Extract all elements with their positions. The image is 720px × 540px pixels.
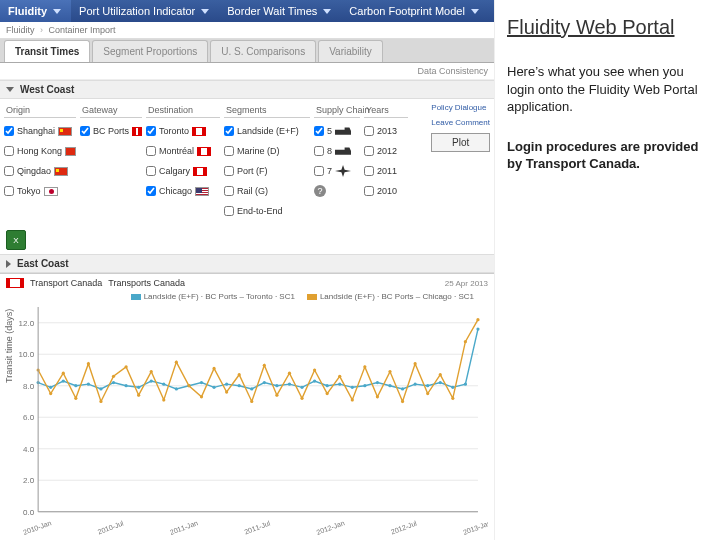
svg-point-49 <box>388 384 391 387</box>
svg-text:10.0: 10.0 <box>19 350 35 359</box>
flag-hong-kong-icon <box>65 147 76 156</box>
svg-point-34 <box>200 381 203 384</box>
tc-en: Transport Canada <box>30 278 102 288</box>
nav-carbon-footprint[interactable]: Carbon Footprint Model <box>341 0 489 22</box>
checkbox[interactable] <box>314 166 324 176</box>
checkbox[interactable] <box>224 186 234 196</box>
checkbox[interactable] <box>80 126 90 136</box>
svg-point-40 <box>275 384 278 387</box>
svg-point-47 <box>363 384 366 387</box>
dest-montreal[interactable]: Montréal <box>146 142 220 160</box>
tab-us-comparisons[interactable]: U. S. Comparisons <box>210 40 316 62</box>
svg-point-62 <box>99 400 102 403</box>
accordion-label: East Coast <box>17 258 69 269</box>
chevron-right-icon <box>6 260 11 268</box>
checkbox[interactable] <box>146 126 156 136</box>
seg-port[interactable]: Port (F) <box>224 162 310 180</box>
chart-zone: Transport Canada Transports Canada 25 Ap… <box>0 274 494 540</box>
svg-point-82 <box>351 398 354 401</box>
col-supply-chain: Supply Chain 5 8 7 ? <box>314 103 360 220</box>
supply-7[interactable]: 7 <box>314 162 360 180</box>
truck-icon <box>335 145 351 157</box>
tab-transit-times[interactable]: Transit Times <box>4 40 90 62</box>
plot-button[interactable]: Plot <box>431 133 490 152</box>
checkbox[interactable] <box>364 186 374 196</box>
nav-fluidity[interactable]: Fluidity <box>0 0 71 22</box>
svg-text:2012-Jul: 2012-Jul <box>390 519 418 535</box>
col-header: Years <box>364 103 408 118</box>
svg-point-43 <box>313 379 316 382</box>
checkbox[interactable] <box>224 126 234 136</box>
origin-tokyo[interactable]: Tokyo <box>4 182 76 200</box>
svg-point-53 <box>439 381 442 384</box>
breadcrumb-root[interactable]: Fluidity <box>6 25 35 35</box>
svg-point-64 <box>124 365 127 368</box>
svg-point-27 <box>112 381 115 384</box>
annotation-p1: Here’s what you see when you login onto … <box>507 63 708 116</box>
checkbox[interactable] <box>146 166 156 176</box>
policy-dialogue-link[interactable]: Policy Dialogue <box>431 103 490 112</box>
checkbox[interactable] <box>224 166 234 176</box>
checkbox[interactable] <box>364 166 374 176</box>
seg-marine[interactable]: Marine (D) <box>224 142 310 160</box>
dest-chicago[interactable]: Chicago <box>146 182 220 200</box>
breadcrumb-leaf: Container Import <box>49 25 116 35</box>
svg-point-22 <box>49 386 52 389</box>
origin-hong-kong[interactable]: Hong Kong <box>4 142 76 160</box>
seg-end-to-end[interactable]: End-to-End <box>224 202 310 220</box>
supply-help[interactable]: ? <box>314 182 360 200</box>
supply-5[interactable]: 5 <box>314 122 360 140</box>
page-title: Fluidity Web Portal <box>507 16 708 39</box>
svg-text:8.0: 8.0 <box>23 382 35 391</box>
export-excel-button[interactable]: X <box>6 230 26 250</box>
svg-text:2010-Jan: 2010-Jan <box>22 519 52 536</box>
checkbox[interactable] <box>4 126 14 136</box>
tab-variability[interactable]: Variability <box>318 40 383 62</box>
checkbox[interactable] <box>364 126 374 136</box>
svg-text:2.0: 2.0 <box>23 476 35 485</box>
supply-8[interactable]: 8 <box>314 142 360 160</box>
nav-port-utilization[interactable]: Port Utilization Indicator <box>71 0 219 22</box>
legend-swatch <box>131 294 141 300</box>
checkbox[interactable] <box>314 126 324 136</box>
checkbox[interactable] <box>146 146 156 156</box>
dest-toronto[interactable]: Toronto <box>146 122 220 140</box>
svg-point-51 <box>414 383 417 386</box>
accordion-west-coast[interactable]: West Coast <box>0 80 494 99</box>
origin-shanghai[interactable]: Shanghai <box>4 122 76 140</box>
year-2010[interactable]: 2010 <box>364 182 408 200</box>
checkbox[interactable] <box>146 186 156 196</box>
checkbox[interactable] <box>224 206 234 216</box>
svg-text:2011-Jan: 2011-Jan <box>169 519 199 536</box>
svg-point-86 <box>401 400 404 403</box>
checkbox[interactable] <box>4 166 14 176</box>
col-segments: Segments Landside (E+F) Marine (D) Port … <box>224 103 310 220</box>
seg-landside[interactable]: Landside (E+F) <box>224 122 310 140</box>
truck-icon <box>335 125 351 137</box>
origin-qingdao[interactable]: Qingdao <box>4 162 76 180</box>
year-2011[interactable]: 2011 <box>364 162 408 180</box>
leave-comment-link[interactable]: Leave Comment <box>431 118 490 127</box>
tab-segment-proportions[interactable]: Segment Proportions <box>92 40 208 62</box>
year-2012[interactable]: 2012 <box>364 142 408 160</box>
svg-point-55 <box>464 383 467 386</box>
checkbox[interactable] <box>4 146 14 156</box>
svg-point-44 <box>326 384 329 387</box>
checkbox[interactable] <box>224 146 234 156</box>
svg-point-65 <box>137 394 140 397</box>
svg-point-29 <box>137 386 140 389</box>
dest-calgary[interactable]: Calgary <box>146 162 220 180</box>
svg-point-80 <box>326 392 329 395</box>
gateway-bc-ports[interactable]: BC Ports <box>80 122 142 140</box>
checkbox[interactable] <box>314 146 324 156</box>
checkbox[interactable] <box>364 146 374 156</box>
svg-point-37 <box>238 384 241 387</box>
checkbox[interactable] <box>4 186 14 196</box>
data-consistency-link[interactable]: Data Consistency <box>417 66 488 76</box>
nav-border-wait[interactable]: Border Wait Times <box>219 0 341 22</box>
accordion-east-coast[interactable]: East Coast <box>0 254 494 273</box>
svg-point-84 <box>376 395 379 398</box>
svg-point-41 <box>288 383 291 386</box>
seg-rail[interactable]: Rail (G) <box>224 182 310 200</box>
year-2013[interactable]: 2013 <box>364 122 408 140</box>
